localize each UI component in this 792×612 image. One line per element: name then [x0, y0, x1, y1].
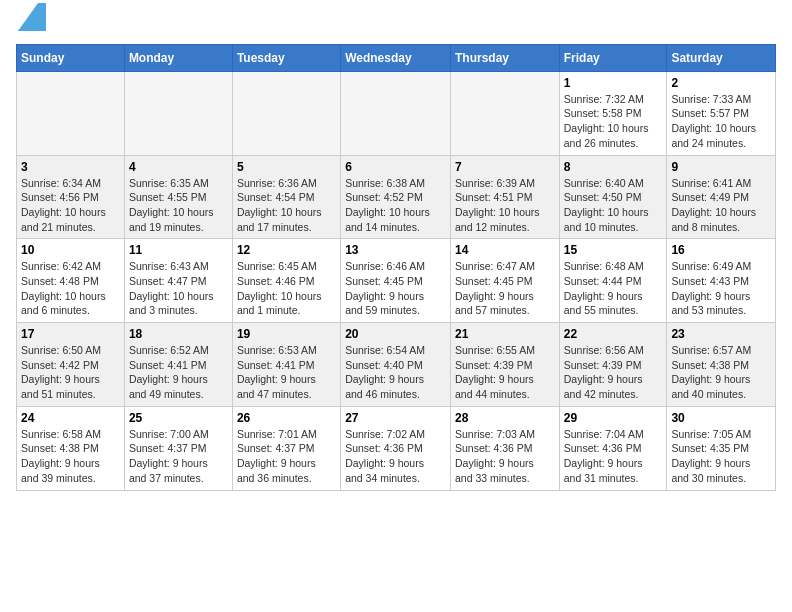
day-number: 10	[21, 243, 120, 257]
day-number: 30	[671, 411, 771, 425]
day-info: Sunrise: 7:01 AM Sunset: 4:37 PM Dayligh…	[237, 427, 336, 486]
day-number: 28	[455, 411, 555, 425]
calendar-cell	[450, 71, 559, 155]
calendar-cell: 9Sunrise: 6:41 AM Sunset: 4:49 PM Daylig…	[667, 155, 776, 239]
calendar-cell: 6Sunrise: 6:38 AM Sunset: 4:52 PM Daylig…	[341, 155, 451, 239]
day-info: Sunrise: 6:49 AM Sunset: 4:43 PM Dayligh…	[671, 259, 771, 318]
day-info: Sunrise: 6:47 AM Sunset: 4:45 PM Dayligh…	[455, 259, 555, 318]
day-info: Sunrise: 7:03 AM Sunset: 4:36 PM Dayligh…	[455, 427, 555, 486]
day-number: 3	[21, 160, 120, 174]
calendar-cell: 3Sunrise: 6:34 AM Sunset: 4:56 PM Daylig…	[17, 155, 125, 239]
day-info: Sunrise: 6:45 AM Sunset: 4:46 PM Dayligh…	[237, 259, 336, 318]
day-number: 23	[671, 327, 771, 341]
header-saturday: Saturday	[667, 44, 776, 71]
day-info: Sunrise: 7:33 AM Sunset: 5:57 PM Dayligh…	[671, 92, 771, 151]
day-number: 2	[671, 76, 771, 90]
calendar-week-1: 1Sunrise: 7:32 AM Sunset: 5:58 PM Daylig…	[17, 71, 776, 155]
day-number: 11	[129, 243, 228, 257]
day-info: Sunrise: 6:42 AM Sunset: 4:48 PM Dayligh…	[21, 259, 120, 318]
header-wednesday: Wednesday	[341, 44, 451, 71]
day-number: 1	[564, 76, 663, 90]
calendar-cell: 30Sunrise: 7:05 AM Sunset: 4:35 PM Dayli…	[667, 406, 776, 490]
calendar-cell: 11Sunrise: 6:43 AM Sunset: 4:47 PM Dayli…	[124, 239, 232, 323]
day-info: Sunrise: 6:46 AM Sunset: 4:45 PM Dayligh…	[345, 259, 446, 318]
calendar-cell: 29Sunrise: 7:04 AM Sunset: 4:36 PM Dayli…	[559, 406, 667, 490]
calendar-cell: 7Sunrise: 6:39 AM Sunset: 4:51 PM Daylig…	[450, 155, 559, 239]
calendar-cell: 23Sunrise: 6:57 AM Sunset: 4:38 PM Dayli…	[667, 323, 776, 407]
calendar-cell: 25Sunrise: 7:00 AM Sunset: 4:37 PM Dayli…	[124, 406, 232, 490]
calendar-cell: 15Sunrise: 6:48 AM Sunset: 4:44 PM Dayli…	[559, 239, 667, 323]
day-info: Sunrise: 6:55 AM Sunset: 4:39 PM Dayligh…	[455, 343, 555, 402]
day-number: 17	[21, 327, 120, 341]
day-number: 7	[455, 160, 555, 174]
header-tuesday: Tuesday	[232, 44, 340, 71]
day-info: Sunrise: 6:35 AM Sunset: 4:55 PM Dayligh…	[129, 176, 228, 235]
calendar-cell: 28Sunrise: 7:03 AM Sunset: 4:36 PM Dayli…	[450, 406, 559, 490]
calendar-header-row: SundayMondayTuesdayWednesdayThursdayFrid…	[17, 44, 776, 71]
day-number: 6	[345, 160, 446, 174]
calendar-cell: 21Sunrise: 6:55 AM Sunset: 4:39 PM Dayli…	[450, 323, 559, 407]
calendar-cell: 27Sunrise: 7:02 AM Sunset: 4:36 PM Dayli…	[341, 406, 451, 490]
header-sunday: Sunday	[17, 44, 125, 71]
calendar-cell: 26Sunrise: 7:01 AM Sunset: 4:37 PM Dayli…	[232, 406, 340, 490]
day-info: Sunrise: 6:48 AM Sunset: 4:44 PM Dayligh…	[564, 259, 663, 318]
calendar-week-5: 24Sunrise: 6:58 AM Sunset: 4:38 PM Dayli…	[17, 406, 776, 490]
day-info: Sunrise: 6:50 AM Sunset: 4:42 PM Dayligh…	[21, 343, 120, 402]
calendar-cell: 4Sunrise: 6:35 AM Sunset: 4:55 PM Daylig…	[124, 155, 232, 239]
day-number: 18	[129, 327, 228, 341]
calendar-week-4: 17Sunrise: 6:50 AM Sunset: 4:42 PM Dayli…	[17, 323, 776, 407]
day-number: 15	[564, 243, 663, 257]
calendar-cell: 14Sunrise: 6:47 AM Sunset: 4:45 PM Dayli…	[450, 239, 559, 323]
day-number: 24	[21, 411, 120, 425]
day-info: Sunrise: 6:57 AM Sunset: 4:38 PM Dayligh…	[671, 343, 771, 402]
calendar-cell: 1Sunrise: 7:32 AM Sunset: 5:58 PM Daylig…	[559, 71, 667, 155]
calendar-cell: 13Sunrise: 6:46 AM Sunset: 4:45 PM Dayli…	[341, 239, 451, 323]
calendar-cell	[341, 71, 451, 155]
svg-marker-1	[18, 3, 46, 31]
calendar-cell: 22Sunrise: 6:56 AM Sunset: 4:39 PM Dayli…	[559, 323, 667, 407]
header	[16, 16, 776, 36]
day-info: Sunrise: 7:00 AM Sunset: 4:37 PM Dayligh…	[129, 427, 228, 486]
day-number: 26	[237, 411, 336, 425]
calendar-cell: 12Sunrise: 6:45 AM Sunset: 4:46 PM Dayli…	[232, 239, 340, 323]
calendar-cell	[232, 71, 340, 155]
day-number: 29	[564, 411, 663, 425]
day-number: 12	[237, 243, 336, 257]
day-number: 14	[455, 243, 555, 257]
calendar: SundayMondayTuesdayWednesdayThursdayFrid…	[16, 44, 776, 491]
day-info: Sunrise: 6:39 AM Sunset: 4:51 PM Dayligh…	[455, 176, 555, 235]
calendar-week-2: 3Sunrise: 6:34 AM Sunset: 4:56 PM Daylig…	[17, 155, 776, 239]
calendar-cell: 5Sunrise: 6:36 AM Sunset: 4:54 PM Daylig…	[232, 155, 340, 239]
day-info: Sunrise: 7:32 AM Sunset: 5:58 PM Dayligh…	[564, 92, 663, 151]
calendar-cell: 17Sunrise: 6:50 AM Sunset: 4:42 PM Dayli…	[17, 323, 125, 407]
calendar-cell: 24Sunrise: 6:58 AM Sunset: 4:38 PM Dayli…	[17, 406, 125, 490]
header-thursday: Thursday	[450, 44, 559, 71]
day-info: Sunrise: 6:43 AM Sunset: 4:47 PM Dayligh…	[129, 259, 228, 318]
calendar-cell: 20Sunrise: 6:54 AM Sunset: 4:40 PM Dayli…	[341, 323, 451, 407]
day-info: Sunrise: 7:02 AM Sunset: 4:36 PM Dayligh…	[345, 427, 446, 486]
day-number: 21	[455, 327, 555, 341]
day-number: 4	[129, 160, 228, 174]
day-number: 25	[129, 411, 228, 425]
day-number: 22	[564, 327, 663, 341]
logo-icon	[18, 3, 46, 31]
day-number: 16	[671, 243, 771, 257]
day-info: Sunrise: 6:38 AM Sunset: 4:52 PM Dayligh…	[345, 176, 446, 235]
day-info: Sunrise: 7:04 AM Sunset: 4:36 PM Dayligh…	[564, 427, 663, 486]
calendar-week-3: 10Sunrise: 6:42 AM Sunset: 4:48 PM Dayli…	[17, 239, 776, 323]
calendar-cell: 10Sunrise: 6:42 AM Sunset: 4:48 PM Dayli…	[17, 239, 125, 323]
day-info: Sunrise: 6:56 AM Sunset: 4:39 PM Dayligh…	[564, 343, 663, 402]
header-monday: Monday	[124, 44, 232, 71]
day-number: 13	[345, 243, 446, 257]
day-info: Sunrise: 7:05 AM Sunset: 4:35 PM Dayligh…	[671, 427, 771, 486]
day-number: 9	[671, 160, 771, 174]
day-number: 20	[345, 327, 446, 341]
day-info: Sunrise: 6:54 AM Sunset: 4:40 PM Dayligh…	[345, 343, 446, 402]
day-info: Sunrise: 6:58 AM Sunset: 4:38 PM Dayligh…	[21, 427, 120, 486]
day-info: Sunrise: 6:53 AM Sunset: 4:41 PM Dayligh…	[237, 343, 336, 402]
header-friday: Friday	[559, 44, 667, 71]
day-number: 19	[237, 327, 336, 341]
calendar-cell: 19Sunrise: 6:53 AM Sunset: 4:41 PM Dayli…	[232, 323, 340, 407]
day-info: Sunrise: 6:34 AM Sunset: 4:56 PM Dayligh…	[21, 176, 120, 235]
calendar-cell: 18Sunrise: 6:52 AM Sunset: 4:41 PM Dayli…	[124, 323, 232, 407]
